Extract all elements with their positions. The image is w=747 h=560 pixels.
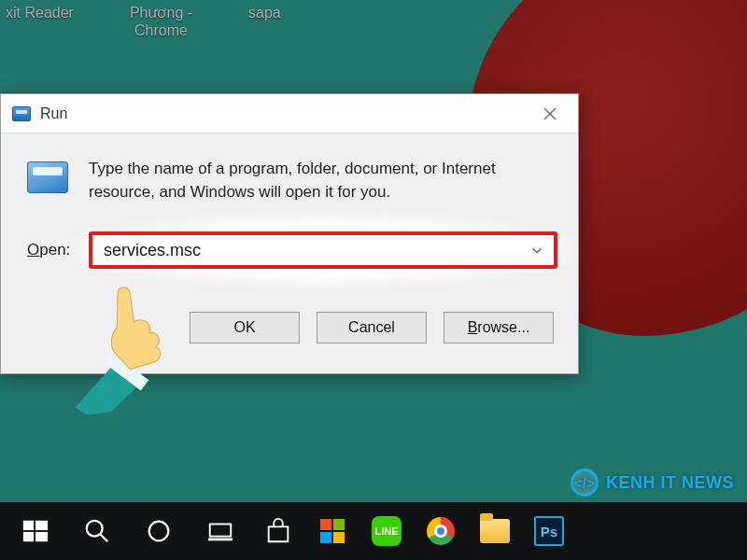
line-icon: LINE xyxy=(372,516,402,546)
close-button[interactable] xyxy=(529,99,571,129)
chrome-button[interactable] xyxy=(416,502,465,560)
cortana-button[interactable] xyxy=(131,502,187,560)
svg-rect-7 xyxy=(210,525,232,537)
watermark: </> KENH IT NEWS xyxy=(571,469,734,497)
svg-rect-2 xyxy=(23,532,34,541)
taskbar-search-button[interactable] xyxy=(69,502,125,560)
photoshop-icon: Ps xyxy=(534,516,564,546)
watermark-text: KENH IT NEWS xyxy=(606,473,734,493)
windows-start-icon xyxy=(21,517,49,545)
store-button[interactable] xyxy=(254,502,303,560)
folder-icon xyxy=(480,519,510,543)
svg-rect-3 xyxy=(35,532,48,541)
close-icon xyxy=(543,106,557,121)
svg-rect-0 xyxy=(23,521,34,530)
photoshop-button[interactable]: Ps xyxy=(525,502,573,560)
combobox-dropdown-button[interactable] xyxy=(520,235,554,265)
run-app-icon xyxy=(12,106,31,121)
microsoft-tiles-button[interactable] xyxy=(308,502,357,560)
svg-rect-1 xyxy=(35,521,48,530)
highlight-glow xyxy=(89,231,557,269)
ok-button[interactable]: OK xyxy=(190,312,300,343)
open-input[interactable] xyxy=(92,241,520,260)
run-titlebar[interactable]: Run xyxy=(1,94,578,133)
taskbar: LINE Ps xyxy=(0,502,747,560)
search-icon xyxy=(83,517,111,545)
file-explorer-button[interactable] xyxy=(471,502,519,560)
store-icon xyxy=(264,517,292,545)
cancel-button[interactable]: Cancel xyxy=(317,312,427,343)
chrome-icon xyxy=(427,517,455,545)
svg-point-6 xyxy=(149,522,169,541)
svg-point-4 xyxy=(87,521,103,537)
open-combobox[interactable] xyxy=(89,231,557,269)
watermark-logo-icon: </> xyxy=(571,469,599,497)
browse-button[interactable]: Browse... xyxy=(444,312,554,343)
run-title: Run xyxy=(40,105,67,122)
run-program-icon xyxy=(27,161,68,193)
run-description: Type the name of a program, folder, docu… xyxy=(89,158,557,203)
task-view-button[interactable] xyxy=(192,502,248,560)
start-button[interactable] xyxy=(7,502,63,560)
task-view-icon xyxy=(206,517,234,545)
chevron-down-icon xyxy=(530,244,543,257)
run-dialog: Run Type the name of a program, folder, … xyxy=(0,93,579,374)
cortana-icon xyxy=(145,517,173,545)
line-app-button[interactable]: LINE xyxy=(362,502,411,560)
microsoft-tiles-icon xyxy=(320,519,345,543)
svg-line-5 xyxy=(101,535,108,542)
svg-rect-8 xyxy=(208,539,233,541)
